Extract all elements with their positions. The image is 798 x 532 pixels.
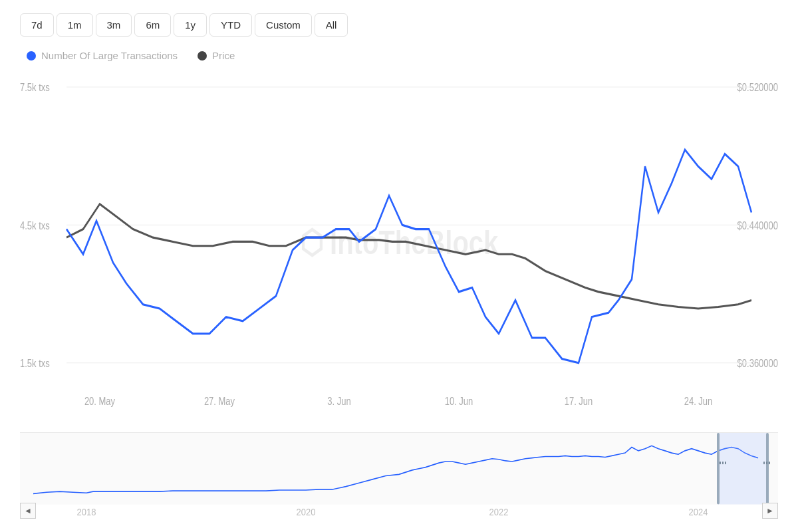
svg-text:24. Jun: 24. Jun	[684, 395, 713, 407]
btn-3m[interactable]: 3m	[96, 13, 132, 37]
btn-ytd[interactable]: YTD	[209, 13, 252, 37]
legend-dot-price	[198, 51, 207, 61]
main-chart-svg: 7.5k txs 4.5k txs 1.5k txs $0.520000 $0.…	[20, 74, 778, 426]
navigator-svg: 2018 2020 2022 2024	[20, 433, 778, 519]
svg-text:2020: 2020	[297, 507, 316, 517]
scroll-left-button[interactable]: ◄	[20, 503, 36, 519]
time-range-bar: 7d 1m 3m 6m 1y YTD Custom All	[20, 13, 778, 37]
svg-text:⬡ IntoTheBlock: ⬡ IntoTheBlock	[300, 224, 499, 261]
svg-text:2024: 2024	[689, 507, 708, 517]
main-chart-container: 7.5k txs 4.5k txs 1.5k txs $0.520000 $0.…	[20, 74, 778, 426]
chart-area: 7.5k txs 4.5k txs 1.5k txs $0.520000 $0.…	[20, 74, 778, 519]
svg-rect-22	[717, 433, 720, 505]
svg-text:1.5k txs: 1.5k txs	[20, 358, 50, 370]
scroll-right-button[interactable]: ►	[762, 503, 778, 519]
svg-rect-25	[722, 462, 724, 464]
legend-price: Price	[198, 50, 235, 61]
svg-text:2018: 2018	[77, 507, 96, 517]
legend-transactions: Number Of Large Transactions	[27, 50, 178, 61]
svg-rect-16	[20, 433, 778, 505]
svg-text:4.5k txs: 4.5k txs	[20, 219, 50, 231]
btn-1y[interactable]: 1y	[174, 13, 207, 37]
svg-text:27. May: 27. May	[204, 395, 235, 407]
svg-text:2022: 2022	[489, 507, 509, 517]
svg-rect-27	[763, 462, 765, 464]
btn-1m[interactable]: 1m	[57, 13, 93, 37]
chart-legend: Number Of Large Transactions Price	[20, 50, 778, 61]
legend-dot-transactions	[27, 51, 36, 61]
svg-text:3. Jun: 3. Jun	[327, 395, 350, 407]
btn-custom[interactable]: Custom	[255, 13, 312, 37]
svg-rect-29	[769, 462, 770, 464]
navigator-area: 2018 2020 2022 2024	[20, 432, 778, 519]
svg-rect-28	[766, 462, 767, 464]
svg-text:$0.440000: $0.440000	[737, 219, 778, 231]
svg-text:10. Jun: 10. Jun	[445, 395, 473, 407]
btn-7d[interactable]: 7d	[20, 13, 54, 37]
btn-6m[interactable]: 6m	[134, 13, 171, 37]
svg-text:20. May: 20. May	[84, 395, 116, 407]
svg-text:$0.360000: $0.360000	[737, 358, 778, 370]
svg-rect-24	[720, 462, 721, 464]
svg-rect-26	[725, 462, 726, 464]
svg-text:$0.520000: $0.520000	[737, 82, 778, 94]
svg-rect-21	[718, 433, 768, 505]
svg-text:17. Jun: 17. Jun	[565, 395, 593, 407]
svg-text:7.5k txs: 7.5k txs	[20, 82, 50, 94]
legend-label-transactions: Number Of Large Transactions	[41, 50, 178, 61]
svg-rect-23	[766, 433, 769, 505]
btn-all[interactable]: All	[315, 13, 348, 37]
legend-label-price: Price	[212, 50, 235, 61]
main-container: 7d 1m 3m 6m 1y YTD Custom All Number Of …	[0, 0, 798, 532]
